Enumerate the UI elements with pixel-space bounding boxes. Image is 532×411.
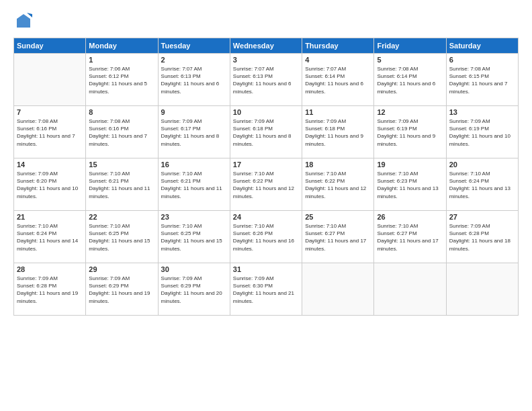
day-info: Sunrise: 7:10 AMSunset: 6:25 PMDaylight:… bbox=[89, 222, 154, 253]
day-info: Sunrise: 7:10 AMSunset: 6:21 PMDaylight:… bbox=[161, 170, 227, 200]
day-info: Sunrise: 7:10 AMSunset: 6:26 PMDaylight:… bbox=[233, 222, 299, 253]
day-number: 27 bbox=[449, 213, 515, 221]
day-info: Sunrise: 7:09 AMSunset: 6:19 PMDaylight:… bbox=[449, 118, 515, 148]
calendar-cell: 2Sunrise: 7:07 AMSunset: 6:13 PMDaylight… bbox=[158, 54, 230, 106]
day-info: Sunrise: 7:08 AMSunset: 6:15 PMDaylight:… bbox=[449, 65, 515, 95]
day-number: 2 bbox=[161, 56, 227, 64]
day-info: Sunrise: 7:10 AMSunset: 6:22 PMDaylight:… bbox=[233, 170, 299, 200]
weekday-header-saturday: Saturday bbox=[446, 38, 518, 54]
day-number: 15 bbox=[89, 161, 154, 169]
calendar-table: SundayMondayTuesdayWednesdayThursdayFrid… bbox=[13, 38, 519, 316]
day-info: Sunrise: 7:10 AMSunset: 6:27 PMDaylight:… bbox=[305, 222, 371, 253]
day-info: Sunrise: 7:06 AMSunset: 6:12 PMDaylight:… bbox=[89, 65, 154, 95]
day-info: Sunrise: 7:10 AMSunset: 6:25 PMDaylight:… bbox=[161, 222, 227, 253]
day-number: 13 bbox=[449, 108, 515, 116]
day-info: Sunrise: 7:09 AMSunset: 6:18 PMDaylight:… bbox=[233, 118, 299, 148]
day-info: Sunrise: 7:08 AMSunset: 6:16 PMDaylight:… bbox=[89, 118, 154, 148]
week-row-2: 7Sunrise: 7:08 AMSunset: 6:16 PMDaylight… bbox=[14, 106, 519, 158]
day-number: 22 bbox=[89, 213, 154, 221]
day-info: Sunrise: 7:10 AMSunset: 6:24 PMDaylight:… bbox=[17, 222, 83, 253]
day-number: 17 bbox=[233, 161, 299, 169]
header bbox=[13, 11, 519, 31]
calendar-cell: 15Sunrise: 7:10 AMSunset: 6:21 PMDayligh… bbox=[86, 158, 158, 211]
day-number: 7 bbox=[17, 108, 83, 116]
day-info: Sunrise: 7:09 AMSunset: 6:20 PMDaylight:… bbox=[17, 170, 83, 200]
calendar-cell: 22Sunrise: 7:10 AMSunset: 6:25 PMDayligh… bbox=[86, 211, 158, 263]
day-number: 24 bbox=[233, 213, 299, 221]
calendar-cell: 24Sunrise: 7:10 AMSunset: 6:26 PMDayligh… bbox=[230, 211, 302, 263]
week-row-5: 28Sunrise: 7:09 AMSunset: 6:28 PMDayligh… bbox=[14, 263, 519, 316]
day-number: 21 bbox=[17, 213, 83, 221]
day-number: 10 bbox=[233, 108, 299, 116]
day-number: 16 bbox=[161, 161, 227, 169]
calendar-cell: 14Sunrise: 7:09 AMSunset: 6:20 PMDayligh… bbox=[14, 158, 86, 211]
week-row-1: 1Sunrise: 7:06 AMSunset: 6:12 PMDaylight… bbox=[14, 54, 519, 106]
calendar-cell: 8Sunrise: 7:08 AMSunset: 6:16 PMDaylight… bbox=[86, 106, 158, 158]
calendar-cell: 6Sunrise: 7:08 AMSunset: 6:15 PMDaylight… bbox=[446, 54, 518, 106]
weekday-header-friday: Friday bbox=[374, 38, 446, 54]
calendar-cell: 18Sunrise: 7:10 AMSunset: 6:22 PMDayligh… bbox=[302, 158, 374, 211]
day-info: Sunrise: 7:10 AMSunset: 6:22 PMDaylight:… bbox=[305, 170, 371, 200]
calendar-cell: 12Sunrise: 7:09 AMSunset: 6:19 PMDayligh… bbox=[374, 106, 446, 158]
calendar-cell: 31Sunrise: 7:09 AMSunset: 6:30 PMDayligh… bbox=[230, 263, 302, 316]
day-info: Sunrise: 7:09 AMSunset: 6:17 PMDaylight:… bbox=[161, 118, 227, 148]
week-row-3: 14Sunrise: 7:09 AMSunset: 6:20 PMDayligh… bbox=[14, 158, 519, 211]
day-number: 3 bbox=[233, 56, 299, 64]
day-number: 25 bbox=[305, 213, 371, 221]
calendar-cell: 16Sunrise: 7:10 AMSunset: 6:21 PMDayligh… bbox=[158, 158, 230, 211]
day-info: Sunrise: 7:07 AMSunset: 6:13 PMDaylight:… bbox=[161, 65, 227, 95]
day-info: Sunrise: 7:10 AMSunset: 6:24 PMDaylight:… bbox=[449, 170, 515, 200]
day-number: 30 bbox=[161, 265, 227, 273]
weekday-header-tuesday: Tuesday bbox=[158, 38, 230, 54]
day-number: 9 bbox=[161, 108, 227, 116]
day-number: 18 bbox=[305, 161, 371, 169]
day-info: Sunrise: 7:10 AMSunset: 6:27 PMDaylight:… bbox=[377, 222, 443, 253]
day-info: Sunrise: 7:09 AMSunset: 6:29 PMDaylight:… bbox=[161, 275, 227, 305]
calendar-cell: 21Sunrise: 7:10 AMSunset: 6:24 PMDayligh… bbox=[14, 211, 86, 263]
calendar-cell: 3Sunrise: 7:07 AMSunset: 6:13 PMDaylight… bbox=[230, 54, 302, 106]
day-info: Sunrise: 7:09 AMSunset: 6:30 PMDaylight:… bbox=[233, 275, 299, 305]
calendar-cell: 1Sunrise: 7:06 AMSunset: 6:12 PMDaylight… bbox=[86, 54, 158, 106]
day-info: Sunrise: 7:07 AMSunset: 6:14 PMDaylight:… bbox=[305, 65, 371, 95]
calendar-cell: 25Sunrise: 7:10 AMSunset: 6:27 PMDayligh… bbox=[302, 211, 374, 263]
day-number: 26 bbox=[377, 213, 443, 221]
day-number: 8 bbox=[89, 108, 154, 116]
day-number: 19 bbox=[377, 161, 443, 169]
weekday-header-row: SundayMondayTuesdayWednesdayThursdayFrid… bbox=[14, 38, 519, 54]
day-number: 6 bbox=[449, 56, 515, 64]
day-info: Sunrise: 7:10 AMSunset: 6:23 PMDaylight:… bbox=[377, 170, 443, 200]
day-number: 23 bbox=[161, 213, 227, 221]
calendar-cell: 13Sunrise: 7:09 AMSunset: 6:19 PMDayligh… bbox=[446, 106, 518, 158]
day-info: Sunrise: 7:08 AMSunset: 6:14 PMDaylight:… bbox=[377, 65, 443, 95]
page: SundayMondayTuesdayWednesdayThursdayFrid… bbox=[0, 0, 532, 411]
calendar-cell: 17Sunrise: 7:10 AMSunset: 6:22 PMDayligh… bbox=[230, 158, 302, 211]
calendar-cell: 27Sunrise: 7:09 AMSunset: 6:28 PMDayligh… bbox=[446, 211, 518, 263]
calendar-cell: 30Sunrise: 7:09 AMSunset: 6:29 PMDayligh… bbox=[158, 263, 230, 316]
weekday-header-monday: Monday bbox=[86, 38, 158, 54]
calendar-cell: 23Sunrise: 7:10 AMSunset: 6:25 PMDayligh… bbox=[158, 211, 230, 263]
day-info: Sunrise: 7:09 AMSunset: 6:18 PMDaylight:… bbox=[305, 118, 371, 148]
calendar-cell bbox=[446, 263, 518, 316]
calendar-cell: 7Sunrise: 7:08 AMSunset: 6:16 PMDaylight… bbox=[14, 106, 86, 158]
calendar-cell bbox=[374, 263, 446, 316]
day-info: Sunrise: 7:10 AMSunset: 6:21 PMDaylight:… bbox=[89, 170, 154, 200]
day-number: 1 bbox=[89, 56, 154, 64]
day-info: Sunrise: 7:09 AMSunset: 6:29 PMDaylight:… bbox=[89, 275, 154, 305]
day-number: 5 bbox=[377, 56, 443, 64]
logo bbox=[13, 11, 36, 31]
day-number: 28 bbox=[17, 265, 83, 273]
calendar-cell: 4Sunrise: 7:07 AMSunset: 6:14 PMDaylight… bbox=[302, 54, 374, 106]
week-row-4: 21Sunrise: 7:10 AMSunset: 6:24 PMDayligh… bbox=[14, 211, 519, 263]
calendar-cell: 19Sunrise: 7:10 AMSunset: 6:23 PMDayligh… bbox=[374, 158, 446, 211]
day-info: Sunrise: 7:08 AMSunset: 6:16 PMDaylight:… bbox=[17, 118, 83, 148]
day-number: 20 bbox=[449, 161, 515, 169]
day-info: Sunrise: 7:07 AMSunset: 6:13 PMDaylight:… bbox=[233, 65, 299, 95]
calendar-cell bbox=[14, 54, 86, 106]
day-info: Sunrise: 7:09 AMSunset: 6:28 PMDaylight:… bbox=[17, 275, 83, 305]
day-number: 12 bbox=[377, 108, 443, 116]
weekday-header-thursday: Thursday bbox=[302, 38, 374, 54]
day-number: 4 bbox=[305, 56, 371, 64]
day-number: 29 bbox=[89, 265, 154, 273]
day-number: 31 bbox=[233, 265, 299, 273]
weekday-header-wednesday: Wednesday bbox=[230, 38, 302, 54]
